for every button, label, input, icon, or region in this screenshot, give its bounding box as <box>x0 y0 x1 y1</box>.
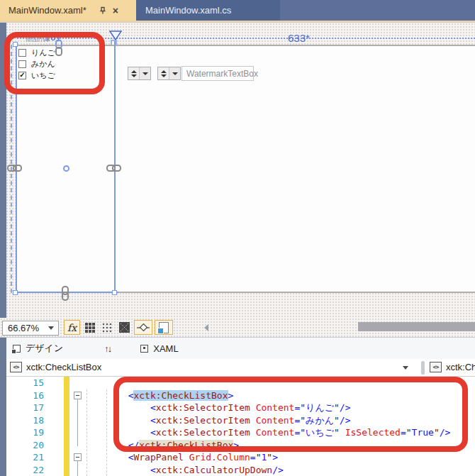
code-line[interactable]: <WrapPanel Grid.Column="1"> <box>84 451 278 464</box>
left-edge <box>0 338 6 359</box>
design-view-icon <box>13 345 21 353</box>
toolbar-collapse-icon[interactable] <box>204 324 208 331</box>
document-tab-bar: MainWindow.xaml* × MainWindow.xaml.cs <box>0 0 475 21</box>
watermark-text: WatermarkTextBox <box>186 69 258 79</box>
tab-xaml-view[interactable]: XAML <box>140 343 178 354</box>
element-path-combobox-2[interactable]: xctk:Ch <box>446 362 475 372</box>
document-icon <box>159 322 169 333</box>
spin-buttons[interactable] <box>128 67 140 79</box>
vs-editor-window: MainWindow.xaml* × MainWindow.xaml.cs 16… <box>0 0 475 476</box>
chevron-down-icon <box>48 326 54 330</box>
line-number: 20 <box>6 439 44 452</box>
show-grid-button[interactable] <box>83 320 97 335</box>
horizontal-scrollbar-thumb[interactable] <box>358 322 475 331</box>
tab-mainwindow-xaml-cs[interactable]: MainWindow.xaml.cs <box>136 0 280 21</box>
change-tracking-bar <box>64 377 69 476</box>
annotation-circle-code <box>113 377 468 452</box>
chevron-down-icon[interactable] <box>403 366 408 370</box>
view-switcher-bar: デザイン ↑↓ XAML <box>0 337 475 359</box>
snaplines-button[interactable] <box>134 320 152 335</box>
center-anchor-icon[interactable] <box>63 165 69 172</box>
dropdown-button[interactable] <box>140 67 150 79</box>
resize-handle-bottom-left[interactable] <box>13 290 18 295</box>
designer-toolbar: 66.67% fx <box>0 318 475 337</box>
navigator-separator[interactable] <box>421 361 425 375</box>
column-width-label-right[interactable]: 633* <box>288 32 310 44</box>
tab-label: MainWindow.xaml* <box>9 5 86 16</box>
line-number: 22 <box>6 464 44 476</box>
left-edge <box>0 359 6 377</box>
fold-region-line <box>77 461 78 476</box>
grid-icon <box>85 323 95 333</box>
resize-handle-bottom-right[interactable] <box>112 290 117 295</box>
fold-region-line <box>77 399 78 446</box>
line-number: 15 <box>6 377 44 389</box>
margin-anchor-right-icon[interactable] <box>106 163 122 176</box>
close-icon[interactable]: × <box>109 4 122 17</box>
tab-design-view[interactable]: デザイン <box>13 342 63 355</box>
element-tag-icon: <> <box>430 362 442 372</box>
xaml-view-icon <box>140 345 148 353</box>
line-number: 18 <box>6 414 44 427</box>
spin-buttons[interactable] <box>158 67 169 79</box>
design-surface[interactable]: 161* 633* MainW <box>0 23 475 318</box>
crosshair-icon <box>137 323 150 333</box>
xaml-navigation-bar: <> xctk:CheckListBox <> xctk:Ch <box>0 359 475 377</box>
watermark-textbox[interactable]: WatermarkTextBox <box>181 66 254 81</box>
element-tag-icon: <> <box>10 362 22 372</box>
fold-toggle-collapse[interactable] <box>74 453 82 461</box>
effects-button[interactable]: fx <box>64 320 80 335</box>
swap-panes-icon: ↑↓ <box>104 343 111 354</box>
zoom-combobox[interactable]: 66.67% <box>2 321 59 336</box>
fold-toggle-collapse[interactable] <box>74 392 82 399</box>
margin-anchor-left-icon[interactable] <box>7 163 23 176</box>
swap-panes-button[interactable]: ↑↓ <box>104 343 111 354</box>
editor-left-margin <box>0 377 6 476</box>
margin-anchor-bottom-icon[interactable] <box>60 286 70 304</box>
xaml-code-editor[interactable]: 1516171819202122 <xctk:CheckListBox> <xc… <box>0 377 475 476</box>
snapping-button[interactable] <box>117 320 131 335</box>
dark-grid-icon <box>119 322 130 333</box>
line-number: 16 <box>6 389 44 402</box>
element-path-combobox[interactable]: xctk:CheckListBox <box>26 362 101 372</box>
calculator-updown-control[interactable] <box>128 67 151 80</box>
pin-icon[interactable] <box>96 4 109 17</box>
updown-control-2[interactable] <box>157 67 181 80</box>
line-number: 21 <box>6 451 44 464</box>
line-number: 19 <box>6 426 44 439</box>
tab-label: MainWindow.xaml.cs <box>145 5 231 16</box>
zoom-value: 66.67% <box>8 323 39 333</box>
dropdown-button[interactable] <box>169 67 180 79</box>
line-number: 17 <box>6 402 44 414</box>
code-line[interactable]: <xctk:CalculatorUpDown/> <box>84 464 284 476</box>
annotation-circle-designer <box>4 32 105 94</box>
disable-project-code-button[interactable] <box>155 320 173 335</box>
snap-grid-button[interactable] <box>100 320 114 335</box>
dotted-grid-icon <box>102 323 112 333</box>
tab-mainwindow-xaml[interactable]: MainWindow.xaml* × <box>0 0 136 21</box>
